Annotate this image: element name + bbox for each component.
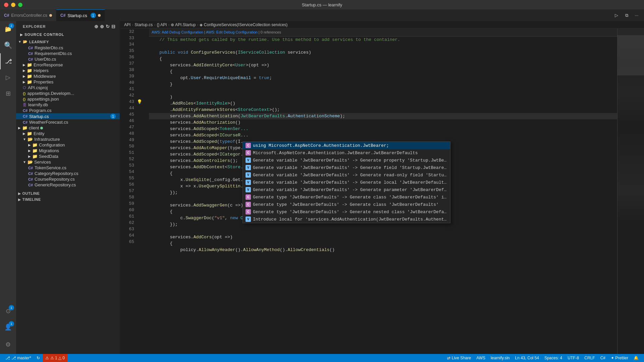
file-apicsproj[interactable]: ⬡ API.csproj	[16, 85, 120, 90]
code-line-47: services. AddScoped < ICourseR...	[149, 132, 617, 138]
sb-sync[interactable]: ↻	[34, 354, 43, 362]
liveshare-label: Live Share	[452, 356, 471, 360]
ac-item-6[interactable]: V Generate variable 'JwtBearerDefaults' …	[243, 179, 450, 186]
file-categoryrepository[interactable]: C# CategoryRepository.cs	[16, 171, 120, 176]
activity-settings[interactable]: ⚙	[0, 337, 16, 353]
chevron-icon: ▶	[28, 155, 31, 158]
refresh-icon[interactable]: ↻	[106, 24, 110, 29]
folder-migrations[interactable]: ▶ 📁 Migrations	[16, 148, 120, 154]
gutter-line	[137, 28, 144, 35]
sb-lineending[interactable]: CRLF	[582, 354, 597, 362]
aws-edit-debug[interactable]: AWS: Edit Debug Configuration	[206, 30, 258, 34]
new-file-icon[interactable]: ⊕	[94, 24, 99, 29]
folder-client[interactable]: ▶ 📁 client	[16, 125, 120, 131]
folder-properties[interactable]: ▶ 📁 Properties	[16, 79, 120, 85]
breadcrumb-configureservices[interactable]: ◈ ConfigureServices(IServiceCollection s…	[200, 22, 287, 27]
file-programcs[interactable]: C# Program.cs	[16, 108, 120, 113]
file-label: TokenService.cs	[35, 165, 66, 170]
activity-sourcecontrol[interactable]: ⎇	[0, 53, 16, 69]
more-actions-button[interactable]: ···	[632, 11, 641, 20]
folder-open-icon: 📂	[28, 137, 33, 142]
file-startupcs[interactable]: C# Startup.cs 1	[16, 113, 120, 119]
activity-extensions[interactable]: ⊞	[0, 85, 16, 102]
file-registerdto[interactable]: C# RegisterDto.cs	[16, 45, 120, 51]
outline-section[interactable]: ▶ OUTLINE	[16, 190, 120, 196]
split-editor-button[interactable]: ⧉	[622, 11, 631, 20]
folder-configuration[interactable]: ▶ 📁 Configuration	[16, 142, 120, 148]
autocomplete-dropdown: C using Microsoft.AspNetCore.Authenticat…	[243, 141, 450, 223]
sb-branch[interactable]: ⎇ ⎇ master*	[3, 354, 34, 362]
activity-search[interactable]: 🔍	[0, 37, 16, 53]
sb-encoding[interactable]: UTF-8	[565, 354, 582, 362]
ac-item-10[interactable]: C Generate type 'JwtBearerDefaults' -> G…	[243, 208, 450, 216]
maximize-button[interactable]	[18, 3, 22, 7]
sb-aws[interactable]: AWS	[474, 354, 488, 362]
file-genericrepository[interactable]: C# GenericRepository.cs	[16, 182, 120, 188]
timeline-section[interactable]: ▶ TIMELINE	[16, 196, 120, 202]
breadcrumb-startupcs[interactable]: Startup.cs	[135, 22, 153, 27]
aws-add-debug[interactable]: AWS: Add Debug Configuration	[152, 30, 203, 34]
sb-position[interactable]: Ln 43, Col 54	[513, 354, 542, 362]
sb-errors[interactable]: ⚠ ⚠ 1 △ 0	[43, 354, 67, 362]
file-learnifydb[interactable]: 🗄 learnify.db	[16, 102, 120, 108]
file-label: CourseRepository.cs	[35, 177, 75, 182]
folder-entity[interactable]: ▶ 📁 Entity	[16, 131, 120, 136]
learnify-root[interactable]: ▼ 📂 LEARNIFY	[16, 39, 120, 45]
ac-class-icon: C	[246, 209, 251, 215]
ac-item-7[interactable]: V Generate variable 'JwtBearerDefaults' …	[243, 186, 450, 193]
sb-filename[interactable]: learnify.sln	[488, 354, 512, 362]
sb-liveshare[interactable]: ⇄ Live Share	[444, 354, 474, 362]
breadcrumb-api2[interactable]: {} API	[157, 22, 167, 27]
file-label: Program.cs	[29, 108, 51, 113]
activity-run[interactable]: ▷	[0, 69, 16, 85]
file-tokenservice[interactable]: C# TokenService.cs	[16, 165, 120, 171]
ac-item-2[interactable]: C Microsoft.AspNetCore.Authentication.Jw…	[243, 149, 450, 157]
activity-account[interactable]: 👤 1	[0, 319, 16, 335]
run-button[interactable]: ▷	[612, 11, 621, 20]
ac-item-9[interactable]: C Generate type 'JwtBearerDefaults' -> G…	[243, 201, 450, 208]
folder-seeddata[interactable]: ▶ 📁 SeedData	[16, 154, 120, 159]
sb-notifications[interactable]: 🔔	[631, 354, 641, 362]
activity-explorer[interactable]: 📁 2	[0, 21, 16, 37]
sb-language[interactable]: C#	[598, 354, 608, 362]
breadcrumb-apistartup[interactable]: ⊕ API.Startup	[171, 22, 196, 27]
file-appsettings[interactable]: {} appsettings.json	[16, 96, 120, 102]
new-folder-icon[interactable]: ⊕	[100, 24, 104, 29]
sb-spaces[interactable]: Spaces: 4	[542, 354, 565, 362]
file-courserepository[interactable]: C# CourseRepository.cs	[16, 176, 120, 182]
branch-label: ⎇ master*	[11, 356, 31, 360]
folder-helpers[interactable]: ▶ 📁 Helpers	[16, 68, 120, 73]
file-requirementdto[interactable]: C# RequirementDto.cs	[16, 51, 120, 56]
source-control-section[interactable]: ▶ SOURCE CONTROL	[16, 31, 120, 39]
breadcrumb-sep: ›	[132, 22, 133, 27]
file-appsettingsdev[interactable]: {} appsettings.Developm...	[16, 90, 120, 96]
file-userdto[interactable]: C# UserDto.cs	[16, 56, 120, 62]
ac-item-4[interactable]: V Generate variable 'JwtBearerDefaults' …	[243, 164, 450, 171]
ac-item-1[interactable]: C using Microsoft.AspNetCore.Authenticat…	[243, 142, 450, 149]
breadcrumb-api[interactable]: API	[124, 22, 130, 27]
lightbulb-icon[interactable]: 💡	[137, 99, 144, 105]
ac-var-icon: V	[246, 158, 251, 163]
folder-infrastructure[interactable]: ▼ 📂 Infrastructure	[16, 136, 120, 142]
ac-item-3[interactable]: V Generate variable 'JwtBearerDefaults' …	[243, 157, 450, 164]
ac-item-5[interactable]: V Generate variable 'JwtBearerDefaults' …	[243, 171, 450, 179]
minimize-button[interactable]	[11, 3, 15, 7]
tab-errorscontroller[interactable]: C# ErrorsController.cs	[0, 9, 56, 21]
folder-errorresponse[interactable]: ▶ 📁 ErrorResponse	[16, 62, 120, 68]
folder-middleware[interactable]: ▶ 📁 Middleware	[16, 73, 120, 79]
collapse-all-icon[interactable]: ⊟	[111, 24, 116, 29]
minimap-viewport[interactable]	[618, 35, 644, 75]
tab-label: ErrorsController.cs	[11, 13, 47, 18]
close-button[interactable]	[4, 3, 8, 7]
comment: // This method gets called by the runtim…	[149, 37, 400, 43]
folder-services[interactable]: ▼ 📂 Services	[16, 159, 120, 165]
activity-remote[interactable]: ⊙ 1	[0, 303, 16, 319]
tab-startup[interactable]: C# Startup.cs 1	[56, 9, 105, 21]
ac-item-11[interactable]: V Introduce local for 'services.AddAuthe…	[243, 216, 450, 223]
file-weatherforecast[interactable]: C# WeatherForecast.cs	[16, 119, 120, 125]
sb-prettier[interactable]: ✦ Prettier	[608, 354, 631, 362]
language-label: C#	[600, 356, 605, 360]
folder-label: ErrorResponse	[34, 62, 63, 67]
ac-item-8[interactable]: C Generate type 'JwtBearerDefaults' -> G…	[243, 193, 450, 201]
code-editor[interactable]: AWS: Add Debug Configuration | AWS: Edit…	[144, 28, 617, 354]
